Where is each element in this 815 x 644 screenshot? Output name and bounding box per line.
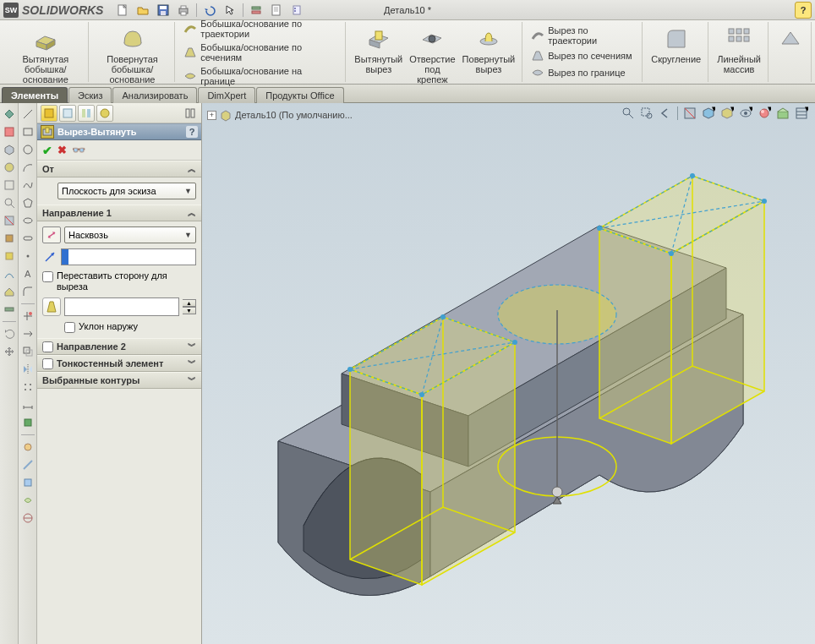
- sk-trim-icon[interactable]: [20, 308, 36, 324]
- sk-rect-icon[interactable]: [20, 124, 36, 139]
- from-section-header[interactable]: От ︽: [37, 161, 201, 177]
- tab-features[interactable]: Элементы: [2, 87, 68, 103]
- sk-relation-icon[interactable]: [20, 415, 36, 430]
- direction-vector-icon[interactable]: [42, 249, 57, 265]
- graphics-area[interactable]: + Деталь10 (По умолчанию... ▾ ▾ ▾ ▾ ▾: [202, 103, 815, 644]
- sk-point-icon[interactable]: [20, 248, 36, 264]
- boundary-cut-button[interactable]: Вырез по границе: [529, 65, 637, 80]
- sk-dim-icon[interactable]: [20, 397, 36, 412]
- draft-outward-checkbox[interactable]: [64, 322, 75, 333]
- hole-wizard-button[interactable]: Отверстие под крепеж: [408, 24, 457, 86]
- view-settings-icon[interactable]: ▾: [793, 105, 810, 122]
- new-doc-icon[interactable]: [113, 2, 132, 19]
- home-icon[interactable]: [2, 284, 17, 299]
- doc-props-icon[interactable]: [267, 2, 286, 19]
- loft-cut-button[interactable]: Вырез по сечениям: [529, 48, 637, 63]
- draft-button[interactable]: [42, 297, 61, 316]
- help-button[interactable]: ?: [795, 2, 812, 19]
- sk-tool2-icon[interactable]: [20, 457, 36, 472]
- direction2-section-header[interactable]: Направление 2 ︾: [37, 338, 201, 355]
- direction-vector-input[interactable]: [68, 249, 195, 265]
- toggle-icon[interactable]: [2, 302, 17, 317]
- sk-extend-icon[interactable]: [20, 326, 36, 341]
- direction-vector-field[interactable]: [61, 248, 196, 265]
- view-iso-icon[interactable]: [2, 142, 17, 157]
- selected-contours-section-header[interactable]: Выбранные контуры ︾: [37, 372, 201, 389]
- tab-dimxpert[interactable]: DimXpert: [198, 87, 255, 103]
- pm-tab-config-mgr[interactable]: [78, 105, 95, 122]
- boundary-boss-button[interactable]: Бобышка/основание на границе: [182, 65, 340, 87]
- part-brown-icon[interactable]: [2, 231, 17, 246]
- tree-expand-button[interactable]: +: [207, 111, 216, 120]
- pm-tab-dimxpert[interactable]: [96, 105, 113, 122]
- revolve-cut-button[interactable]: Повернутый вырез: [461, 24, 517, 86]
- from-combo[interactable]: Плоскость для эскиза ▼: [57, 183, 196, 199]
- thin-feature-enable-checkbox[interactable]: [42, 358, 53, 369]
- sk-tool5-icon[interactable]: [20, 510, 36, 526]
- flip-side-checkbox[interactable]: [42, 271, 53, 282]
- spin-down-button[interactable]: ▼: [183, 307, 196, 314]
- pan-icon[interactable]: [2, 344, 17, 359]
- rotate-icon[interactable]: [2, 326, 17, 341]
- extrude-cut-button[interactable]: Вытянутый вырез: [353, 24, 404, 86]
- sk-tool1-icon[interactable]: [20, 439, 36, 455]
- display-style-icon[interactable]: ▾: [719, 105, 736, 122]
- pm-split-icon[interactable]: [183, 106, 198, 121]
- extrude-boss-button[interactable]: Вытянутая бобышка/основание: [8, 24, 83, 86]
- view-back-icon[interactable]: [2, 124, 17, 139]
- open-icon[interactable]: [134, 2, 152, 19]
- spin-up-button[interactable]: ▲: [183, 299, 196, 307]
- cancel-button[interactable]: ✖: [57, 144, 67, 156]
- revolve-boss-button[interactable]: Повернутая бобышка/основание: [96, 24, 170, 86]
- end-condition-combo[interactable]: Насквозь ▼: [64, 226, 196, 243]
- sk-text-icon[interactable]: A: [20, 266, 36, 281]
- pm-tab-property-mgr[interactable]: [59, 105, 76, 122]
- direction1-section-header[interactable]: Направление 1 ︽: [37, 205, 201, 221]
- loft-boss-button[interactable]: Бобышка/основание по сечениям: [182, 41, 340, 63]
- save-icon[interactable]: [154, 2, 172, 19]
- sk-arc-icon[interactable]: [20, 160, 36, 175]
- hide-show-icon[interactable]: ▾: [737, 105, 754, 122]
- zoom-area-icon[interactable]: [638, 105, 655, 122]
- scene-icon[interactable]: [774, 105, 791, 122]
- sweep-boss-button[interactable]: Бобышка/основание по траектории: [182, 18, 340, 40]
- view-orient-icon[interactable]: ▾: [700, 105, 717, 122]
- draft-angle-field[interactable]: [64, 297, 179, 316]
- reverse-direction-button[interactable]: [42, 226, 61, 243]
- part-yellow-icon[interactable]: [2, 248, 17, 264]
- sk-tool3-icon[interactable]: [20, 475, 36, 490]
- sk-poly-icon[interactable]: [20, 195, 36, 210]
- tab-evaluate[interactable]: Анализировать: [112, 87, 197, 103]
- sk-offset-icon[interactable]: [20, 344, 36, 359]
- zoom-fit-icon[interactable]: [2, 195, 17, 210]
- sk-pattern-icon[interactable]: [20, 379, 36, 395]
- pm-help-button[interactable]: ?: [186, 126, 198, 138]
- linear-pattern-button[interactable]: Линейный массив: [715, 24, 763, 76]
- rebuild-icon[interactable]: [247, 2, 265, 19]
- tab-office[interactable]: Продукты Office: [256, 87, 343, 103]
- view-shaded-icon[interactable]: [2, 160, 17, 175]
- ok-button[interactable]: ✔: [42, 144, 52, 157]
- direction2-enable-checkbox[interactable]: [42, 341, 53, 352]
- sweep-cut-button[interactable]: Вырез по траектории: [529, 25, 637, 46]
- fillet-button[interactable]: Скругление: [649, 24, 703, 66]
- section-view-icon[interactable]: [681, 105, 698, 122]
- undo-icon[interactable]: [200, 2, 219, 19]
- sk-spline-icon[interactable]: [20, 177, 36, 193]
- appearance-icon[interactable]: ▾: [756, 105, 773, 122]
- sk-mirror-icon[interactable]: [20, 362, 36, 377]
- detail-preview-button[interactable]: 👓: [72, 144, 85, 156]
- curve-icon[interactable]: [2, 266, 17, 281]
- view-wire-icon[interactable]: [2, 177, 17, 193]
- sk-slot-icon[interactable]: [20, 231, 36, 246]
- section-view-icon[interactable]: [2, 213, 17, 228]
- more-button[interactable]: [775, 24, 806, 54]
- sk-ellipse-icon[interactable]: [20, 213, 36, 228]
- sk-circle-icon[interactable]: [20, 142, 36, 157]
- tree-root-label[interactable]: Деталь10 (По умолчанию...: [235, 110, 353, 120]
- view-front-icon[interactable]: [2, 106, 17, 122]
- sk-tool4-icon[interactable]: [20, 493, 36, 508]
- sk-line-icon[interactable]: [20, 106, 36, 122]
- zoom-fit-icon[interactable]: [620, 105, 637, 122]
- select-icon[interactable]: [221, 2, 239, 19]
